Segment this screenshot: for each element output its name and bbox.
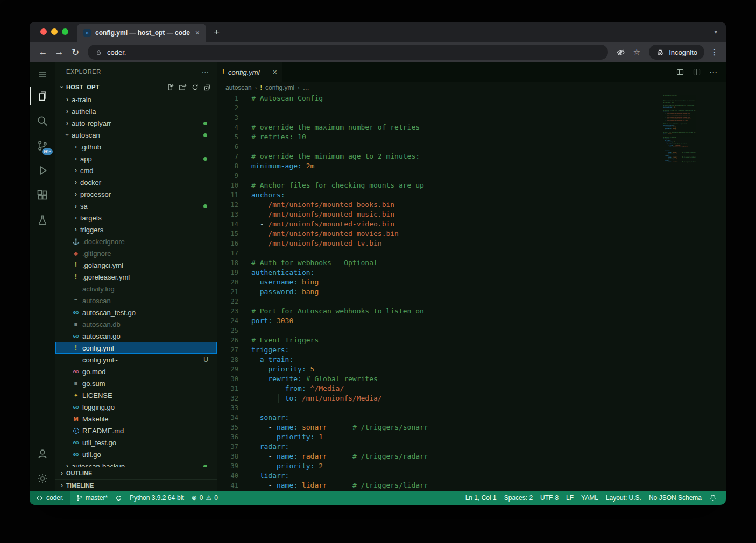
close-window-button[interactable] [40, 28, 47, 35]
outline-section[interactable]: › OUTLINE [55, 467, 217, 479]
code-line[interactable]: 32 to: /mnt/unionfs/Media/ [217, 394, 726, 403]
code-line[interactable]: 41 - name: lidarr # /triggers/lidarr [217, 481, 726, 490]
tree-item[interactable]: ⚓.dockerignore [55, 235, 217, 247]
code-line[interactable]: 12 - /mnt/unionfs/mounted-books.bin [217, 200, 726, 210]
code-line[interactable]: 5# retries: 10 [217, 132, 726, 142]
new-tab-button[interactable]: + [214, 27, 220, 37]
indentation-item[interactable]: Spaces: 2 [500, 494, 536, 502]
code-line[interactable]: 38 - name: radarr # /triggers/radarr [217, 452, 726, 461]
code-line[interactable]: 7# override the minimum age to 2 minutes… [217, 152, 726, 161]
tracking-protection-eye-icon[interactable] [612, 44, 628, 60]
tree-item[interactable]: ≡go.sum [55, 377, 217, 389]
search-icon[interactable] [30, 109, 55, 133]
tree-item[interactable]: ›cmd [55, 165, 217, 176]
tree-item[interactable]: ≡autoscan [55, 295, 217, 306]
extensions-icon[interactable] [30, 183, 55, 208]
tree-item[interactable]: ›targets [55, 212, 217, 224]
breadcrumb-more[interactable]: … [303, 84, 309, 91]
tree-item[interactable]: ›.github [55, 141, 217, 153]
code-line[interactable]: 27triggers: [217, 345, 726, 355]
browser-menu-icon[interactable]: ⋮ [709, 47, 720, 57]
testing-beaker-icon[interactable] [30, 208, 55, 232]
code-line[interactable]: 31 - from: ^/Media/ [217, 384, 726, 394]
tree-item[interactable]: ≡config.yml~U [55, 354, 217, 366]
account-icon[interactable] [30, 441, 55, 466]
json-schema-item[interactable]: No JSON Schema [645, 494, 705, 502]
bookmark-star-icon[interactable]: ☆ [628, 44, 645, 60]
zoom-window-button[interactable] [62, 28, 68, 35]
code-line[interactable]: 2 [217, 103, 726, 113]
tree-item[interactable]: ›a-train [55, 94, 217, 105]
remote-indicator[interactable]: coder. [30, 491, 70, 505]
code-line[interactable]: 14 - /mnt/unionfs/mounted-video.bin [217, 219, 726, 229]
code-line[interactable]: 25 [217, 326, 726, 335]
code-line[interactable]: 18# Auth for webhooks - Optional [217, 258, 726, 268]
code-line[interactable]: 35 - name: sonarr # /triggers/sonarr [217, 423, 726, 432]
more-actions-icon[interactable]: ⋯ [709, 67, 717, 77]
tree-item[interactable]: ›autoscan [55, 129, 217, 141]
workspace-section-header[interactable]: › HOST_OPT [55, 81, 217, 94]
tree-item[interactable]: GOautoscan_test.go [55, 306, 217, 318]
code-line[interactable]: 8minimum-age: 2m [217, 161, 726, 171]
tree-item[interactable]: ›autoscan-backup [55, 460, 217, 467]
tree-item[interactable]: ›app [55, 153, 217, 165]
code-line[interactable]: 19authentication: [217, 268, 726, 277]
encoding-item[interactable]: UTF-8 [536, 494, 562, 502]
code-line[interactable]: 16 - /mnt/unionfs/mounted-tv.bin [217, 239, 726, 248]
code-line[interactable]: 28 a-train: [217, 355, 726, 365]
minimap[interactable]: # Autoscan Config# override the maximum … [663, 95, 702, 491]
tree-item[interactable]: ≡autoscan.db [55, 318, 217, 330]
code-line[interactable]: 36 priority: 1 [217, 432, 726, 442]
tree-item[interactable]: iREADME.md [55, 425, 217, 437]
code-line[interactable]: 24port: 3030 [217, 316, 726, 326]
tree-item[interactable]: ›auto-replyarr [55, 117, 217, 129]
code-line[interactable]: 37 radarr: [217, 442, 726, 452]
toggle-layout-icon[interactable] [676, 68, 684, 76]
language-mode-item[interactable]: YAML [577, 494, 602, 502]
site-lock-icon[interactable] [95, 49, 102, 56]
code-line[interactable]: 23# Port for Autoscan webhooks to listen… [217, 306, 726, 316]
breadcrumb-file[interactable]: config.yml [265, 84, 294, 91]
notifications-bell-icon[interactable] [705, 494, 720, 502]
code-line[interactable]: 39 priority: 2 [217, 461, 726, 471]
tree-item[interactable]: ≡activity.log [55, 283, 217, 295]
code-line[interactable]: 34 sonarr: [217, 413, 726, 423]
refresh-icon[interactable] [191, 83, 199, 91]
run-debug-icon[interactable] [30, 158, 55, 183]
settings-gear-icon[interactable] [30, 466, 55, 491]
keyboard-layout-item[interactable]: Layout: U.S. [602, 494, 645, 502]
editor-tab[interactable]: ! config.yml × [217, 62, 282, 82]
new-file-icon[interactable] [166, 83, 174, 91]
back-button[interactable]: ← [35, 44, 51, 60]
minimize-window-button[interactable] [51, 28, 58, 35]
editor-tab-close-icon[interactable]: × [273, 68, 277, 76]
sync-item[interactable] [111, 495, 126, 502]
address-bar[interactable]: coder. [88, 45, 608, 60]
tab-strip-chevron-icon[interactable]: ▾ [714, 28, 717, 35]
code-line[interactable]: 1# Autoscan Config [217, 94, 726, 103]
code-line[interactable]: 30 rewrite: # Global rewrites [217, 374, 726, 384]
code-line[interactable]: 17 [217, 248, 726, 258]
tree-item[interactable]: GOutil.go [55, 448, 217, 460]
eol-item[interactable]: LF [562, 494, 577, 502]
problems-item[interactable]: ⊗ 0 ⚠ 0 [188, 494, 222, 502]
tree-item[interactable]: !.golangci.yml [55, 259, 217, 271]
tree-item[interactable]: GOgo.mod [55, 366, 217, 377]
code-line[interactable]: 15 - /mnt/unionfs/mounted-movies.bin [217, 229, 726, 239]
tree-item[interactable]: ›processor [55, 188, 217, 200]
git-branch-item[interactable]: master* [73, 494, 111, 502]
code-line[interactable]: 13 - /mnt/unionfs/mounted-music.bin [217, 210, 726, 219]
tree-item[interactable]: !.goreleaser.yml [55, 271, 217, 283]
source-control-icon[interactable]: 9K+ [30, 133, 55, 158]
tree-item[interactable]: ›authelia [55, 105, 217, 117]
tree-item[interactable]: ◆.gitignore [55, 247, 217, 259]
code-line[interactable]: 33 [217, 403, 726, 413]
tree-item[interactable]: ›triggers [55, 224, 217, 235]
code-line[interactable]: 4# override the maximum number of retrie… [217, 123, 726, 132]
code-line[interactable]: 29 priority: 5 [217, 365, 726, 374]
tree-item[interactable]: !config.yml [55, 342, 217, 354]
split-editor-icon[interactable] [693, 68, 701, 76]
code-line[interactable]: 21 password: bang [217, 287, 726, 297]
cursor-position-item[interactable]: Ln 1, Col 1 [462, 494, 500, 502]
timeline-section[interactable]: › TIMELINE [55, 479, 217, 491]
